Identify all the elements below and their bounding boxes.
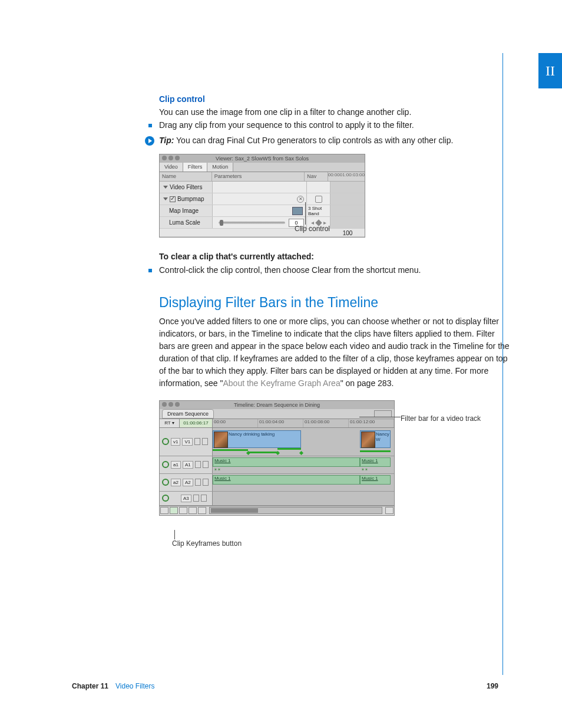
rt-popup[interactable]: RT ▾: [160, 419, 180, 427]
luma-slider[interactable]: [219, 222, 285, 224]
section-body: Once you've added filters to one or more…: [159, 315, 513, 390]
toggle-button[interactable]: [179, 507, 187, 514]
viewer-tabs: Video Filters Motion: [160, 163, 365, 172]
lock-icon[interactable]: [195, 479, 201, 486]
callout-filter-bar: Filter bar for a video track: [401, 414, 481, 423]
clip-control-heading: Clip control: [159, 94, 513, 104]
a3-track-header[interactable]: A3: [160, 492, 213, 505]
callout-clip-control: Clip control: [295, 225, 330, 233]
toggle-button[interactable]: [198, 507, 206, 514]
audio-clip-a1-1[interactable]: Music 1: [213, 457, 360, 467]
section-heading: Displaying Filter Bars in the Timeline: [159, 295, 513, 311]
col-parameters: Parameters: [212, 172, 305, 181]
sequence-tab[interactable]: Dream Sequence: [162, 409, 214, 419]
timeline-figure: Timeline: Dream Sequence in Dining Dream…: [159, 400, 513, 516]
viewer-figure: Viewer: Sax_2 SlowWS from Sax Solos Vide…: [159, 154, 513, 238]
current-timecode[interactable]: 01:00:06:17: [180, 419, 213, 427]
lock-icon[interactable]: [195, 461, 201, 468]
v1-track-header[interactable]: v1 V1: [160, 428, 213, 456]
chapter-label: Chapter 11: [72, 682, 108, 690]
lock-icon[interactable]: [193, 495, 199, 502]
autoselect-icon[interactable]: [203, 479, 209, 486]
timeline-title-bar: Timeline: Dream Sequence in Dining: [160, 401, 394, 409]
toggle-button[interactable]: [189, 507, 197, 514]
track-height-button[interactable]: [160, 507, 168, 514]
viewer-title-bar: Viewer: Sax_2 SlowWS from Sax Solos: [160, 154, 365, 163]
timeline-ruler[interactable]: 00:00 01:00:04:00 01:00:08:00 01:00:12:0…: [213, 419, 394, 427]
audio-clip-a2-1[interactable]: Music 1: [213, 475, 360, 485]
timeline-bottom-bar: [160, 506, 394, 515]
video-filter-bar: [213, 452, 394, 454]
autoselect-icon[interactable]: [203, 461, 209, 468]
clear-heading: To clear a clip that's currently attache…: [159, 251, 513, 262]
clip-control-intro: You can use the image from one clip in a…: [159, 106, 513, 118]
reset-button[interactable]: ✕: [297, 196, 304, 203]
dragged-clip-name: 3 Shot Band: [308, 206, 330, 216]
target-icon[interactable]: [162, 461, 169, 468]
kf-menu-button[interactable]: [315, 196, 322, 203]
autoselect-icon[interactable]: [201, 495, 207, 502]
video-clip-1[interactable]: Nancy drinking talking: [213, 430, 301, 448]
page-footer: Chapter 11 Video Filters 199: [72, 682, 498, 690]
autoselect-icon[interactable]: [202, 438, 208, 445]
col-name: Name: [160, 172, 212, 181]
tip-icon: [145, 136, 154, 146]
bullet-icon: [148, 269, 152, 272]
clip-control-well[interactable]: [292, 207, 303, 215]
callout-clip-keyframes: Clip Keyframes button: [172, 539, 242, 548]
chapter-title: Video Filters: [115, 682, 154, 690]
target-icon[interactable]: [162, 479, 169, 486]
col-nav: Nav: [305, 172, 328, 181]
scroll-right[interactable]: [385, 507, 394, 514]
kf-scale: 100: [330, 229, 365, 236]
timecode-ruler: 00:0001:00:03:00: [328, 172, 365, 181]
clip-keyframes-button[interactable]: [170, 507, 178, 514]
target-icon[interactable]: [162, 495, 169, 502]
a1-track-header[interactable]: a1 A1: [160, 456, 213, 473]
bullet-icon: [148, 124, 152, 127]
audio-clip-a2-2[interactable]: Music 1: [360, 475, 391, 485]
map-image-row: Map Image: [169, 207, 199, 214]
timeline-scrollbar[interactable]: [209, 507, 382, 514]
luma-scale-row: Luma Scale: [169, 219, 200, 226]
target-icon[interactable]: [162, 438, 169, 445]
link-keyframe-graph[interactable]: About the Keyframe Graph Area: [223, 378, 340, 388]
a2-track-header[interactable]: a2 A2: [160, 474, 213, 491]
clip-control-bullet: Drag any clip from your sequence to this…: [159, 120, 414, 130]
bumpmap-row[interactable]: Bumpmap: [177, 196, 204, 202]
tab-motion[interactable]: Motion: [207, 163, 233, 172]
clear-bullet: Control-click the clip control, then cho…: [159, 265, 421, 275]
video-clip-2[interactable]: Nancy W: [360, 430, 391, 448]
page-number: 199: [487, 682, 498, 690]
part-tab: II: [538, 53, 562, 88]
margin-rule: [503, 53, 503, 675]
lock-icon[interactable]: [194, 438, 200, 445]
tab-video[interactable]: Video: [160, 163, 183, 172]
tip-text: Tip: You can drag Final Cut Pro generato…: [159, 136, 453, 145]
video-filters-row[interactable]: Video Filters: [170, 184, 202, 190]
audio-clip-a1-2[interactable]: Music 1: [360, 457, 391, 467]
tip-label: Tip:: [159, 136, 174, 145]
tab-filters[interactable]: Filters: [183, 163, 208, 172]
